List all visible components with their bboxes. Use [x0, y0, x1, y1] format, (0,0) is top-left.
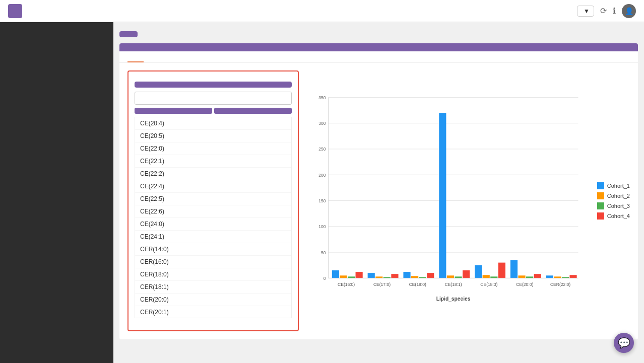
legend-item: Cohort_4 — [597, 212, 630, 220]
lipid-list: CE(20:4)CE(20:5)CE(22:0)CE(22:1)CE(22:2)… — [135, 117, 292, 318]
svg-text:CE(18:3): CE(18:3) — [480, 282, 497, 287]
bar — [475, 265, 482, 278]
bar — [490, 276, 497, 278]
legend-label: Cohort_2 — [607, 193, 630, 199]
svg-text:50: 50 — [321, 250, 326, 255]
legend-label: Cohort_1 — [607, 183, 630, 189]
bar — [411, 276, 418, 278]
sidebar — [0, 22, 113, 363]
list-item[interactable]: CER(18:1) — [135, 281, 291, 294]
legend-color-box — [597, 192, 604, 199]
tabs-bar — [119, 51, 638, 62]
bar — [439, 113, 446, 278]
chart-area: 050100150200250300350CE(16:0)CE(17:0)CE(… — [307, 70, 630, 331]
filter-panel: CE(20:4)CE(20:5)CE(22:0)CE(22:1)CE(22:2)… — [127, 70, 299, 331]
svg-text:350: 350 — [318, 95, 326, 100]
state-dropdown[interactable]: ▼ — [577, 6, 594, 17]
list-item[interactable]: CE(22:1) — [135, 155, 291, 168]
svg-text:CER(22:0): CER(22:0) — [550, 282, 570, 287]
navbar: ▼ ⟳ ℹ 👤 — [0, 0, 644, 22]
list-item[interactable]: CER(18:0) — [135, 268, 291, 281]
bar — [348, 276, 355, 278]
svg-text:CE(18:1): CE(18:1) — [445, 282, 462, 287]
svg-text:150: 150 — [318, 198, 326, 203]
deselect-all-button[interactable] — [214, 108, 292, 114]
svg-text:250: 250 — [318, 147, 326, 152]
history-icon[interactable]: ⟳ — [600, 6, 607, 16]
legend-color-box — [597, 182, 604, 189]
legend-label: Cohort_4 — [607, 213, 630, 219]
selected-tags — [135, 82, 292, 88]
bar — [340, 275, 347, 278]
bar — [554, 276, 561, 278]
bar — [403, 272, 410, 278]
svg-text:0: 0 — [324, 276, 326, 281]
bar-chart: 050100150200250300350CE(16:0)CE(17:0)CE(… — [307, 70, 630, 322]
bar — [569, 275, 576, 278]
navbar-left — [8, 4, 26, 18]
bar — [427, 273, 434, 278]
list-item[interactable]: CE(22:4) — [135, 180, 291, 193]
svg-text:CE(17:0): CE(17:0) — [373, 282, 391, 287]
list-item[interactable]: CER(16:0) — [135, 256, 291, 268]
tab-table[interactable] — [144, 51, 160, 62]
user-avatar[interactable]: 👤 — [622, 4, 636, 18]
bar — [534, 274, 541, 278]
bar — [375, 276, 382, 278]
list-item[interactable]: CE(24:1) — [135, 231, 291, 243]
legend-label: Cohort_3 — [607, 203, 630, 209]
layout: CE(20:4)CE(20:5)CE(22:0)CE(22:1)CE(22:2)… — [0, 22, 644, 363]
bar — [447, 275, 454, 278]
list-item[interactable]: CER(14:0) — [135, 243, 291, 256]
bar — [356, 272, 363, 278]
chart-legend: Cohort_1Cohort_2Cohort_3Cohort_4 — [597, 182, 630, 220]
chat-icon[interactable]: 💬 — [614, 333, 634, 353]
list-item[interactable]: CER(20:1) — [135, 306, 291, 318]
list-item[interactable]: CE(20:5) — [135, 130, 291, 142]
legend-item: Cohort_2 — [597, 192, 630, 199]
svg-text:100: 100 — [318, 224, 326, 229]
legend-color-box — [597, 202, 604, 209]
bar — [391, 274, 398, 278]
bar — [463, 270, 470, 278]
app-logo — [8, 4, 22, 18]
go-button[interactable] — [119, 31, 138, 37]
chevron-down-icon: ▼ — [584, 8, 590, 15]
list-item[interactable]: CE(22:2) — [135, 168, 291, 180]
bar — [483, 275, 490, 278]
svg-text:CE(18:0): CE(18:0) — [409, 282, 426, 287]
bar — [498, 263, 505, 278]
svg-text:CE(16:0): CE(16:0) — [338, 282, 355, 287]
bar — [368, 273, 375, 278]
legend-color-box — [597, 212, 604, 220]
plot-content: CE(20:4)CE(20:5)CE(22:0)CE(22:1)CE(22:2)… — [119, 62, 638, 339]
results-header — [119, 43, 638, 51]
list-item[interactable]: CER(20:0) — [135, 294, 291, 306]
bar — [526, 276, 533, 278]
bar — [546, 275, 553, 278]
legend-item: Cohort_3 — [597, 202, 630, 209]
svg-text:CE(20:0): CE(20:0) — [516, 282, 533, 287]
svg-text:300: 300 — [318, 121, 326, 126]
legend-item: Cohort_1 — [597, 182, 630, 189]
search-input[interactable] — [135, 92, 292, 105]
list-item[interactable]: CE(22:5) — [135, 193, 291, 205]
main-content: CE(20:4)CE(20:5)CE(22:0)CE(22:1)CE(22:2)… — [113, 22, 644, 363]
list-item[interactable]: CE(22:0) — [135, 142, 291, 155]
list-item[interactable]: CE(24:0) — [135, 218, 291, 231]
list-item[interactable]: CE(20:4) — [135, 117, 291, 130]
tab-plot[interactable] — [127, 51, 144, 62]
info-icon[interactable]: ℹ — [613, 6, 616, 16]
button-row — [135, 108, 292, 114]
list-item[interactable]: CE(22:6) — [135, 205, 291, 218]
svg-text:200: 200 — [318, 173, 326, 178]
svg-text:Lipid_species: Lipid_species — [436, 296, 471, 302]
select-all-button[interactable] — [135, 108, 212, 114]
navbar-right: ▼ ⟳ ℹ 👤 — [577, 4, 636, 18]
results-panel: CE(20:4)CE(20:5)CE(22:0)CE(22:1)CE(22:2)… — [119, 43, 638, 339]
bar — [518, 275, 525, 278]
bar — [510, 260, 518, 278]
bar — [455, 276, 462, 278]
bar — [332, 270, 339, 278]
state-selector: ▼ — [577, 6, 594, 17]
